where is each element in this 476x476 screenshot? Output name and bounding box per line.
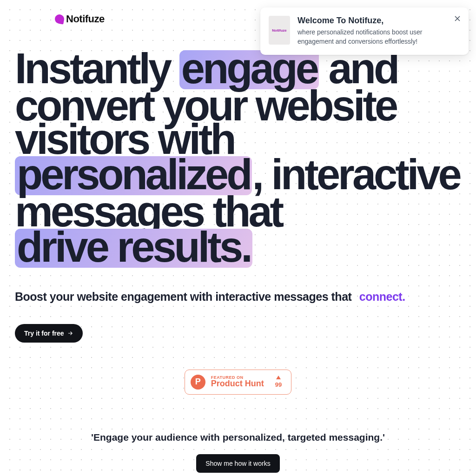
notification-thumbnail: Notifuze <box>269 16 290 45</box>
upvote-count: 99 <box>275 381 282 388</box>
subhead-text: Boost your website engagement with inter… <box>15 290 355 303</box>
tagline: 'Engage your audience with personalized,… <box>0 432 476 443</box>
brand-name: Notifuze <box>66 13 105 25</box>
notification-title: Welcome To Notifuze, <box>298 16 446 26</box>
subhead-accent: connect. <box>359 290 405 303</box>
logo-blob-icon <box>54 13 65 24</box>
product-hunt-wrap: P FEATURED ON Product Hunt 99 <box>0 370 476 395</box>
product-hunt-name: Product Hunt <box>211 379 264 389</box>
arrow-right-icon <box>67 330 73 337</box>
hero-headline: Instantly engage and convert your websit… <box>15 50 461 268</box>
mid-section: 'Engage your audience with personalized,… <box>0 432 476 476</box>
try-free-button[interactable]: Try it for free <box>15 324 83 343</box>
try-free-label: Try it for free <box>24 330 64 337</box>
show-how-button[interactable]: Show me how it works <box>196 454 279 473</box>
welcome-notification: Notifuze Welcome To Notifuze, where pers… <box>260 7 469 55</box>
hero-highlight-drive-results: drive results. <box>15 229 252 268</box>
notification-thumb-label: Notifuze <box>272 28 287 33</box>
product-hunt-badge[interactable]: P FEATURED ON Product Hunt 99 <box>185 370 291 395</box>
product-hunt-p: P <box>195 377 201 387</box>
hero-subhead: Boost your website engagement with inter… <box>15 290 461 304</box>
product-hunt-upvote[interactable]: 99 <box>275 376 282 388</box>
upvote-triangle-icon <box>276 376 281 379</box>
cta-row: Try it for free <box>15 324 461 343</box>
close-icon[interactable] <box>453 14 462 23</box>
notification-body: Welcome To Notifuze, where personalized … <box>298 16 446 46</box>
product-hunt-text: FEATURED ON Product Hunt <box>211 375 264 389</box>
brand-logo[interactable]: Notifuze <box>55 13 105 25</box>
product-hunt-icon: P <box>191 375 205 390</box>
hero-section: Instantly engage and convert your websit… <box>0 25 476 343</box>
notification-text: where personalized notifications boost u… <box>298 27 446 46</box>
